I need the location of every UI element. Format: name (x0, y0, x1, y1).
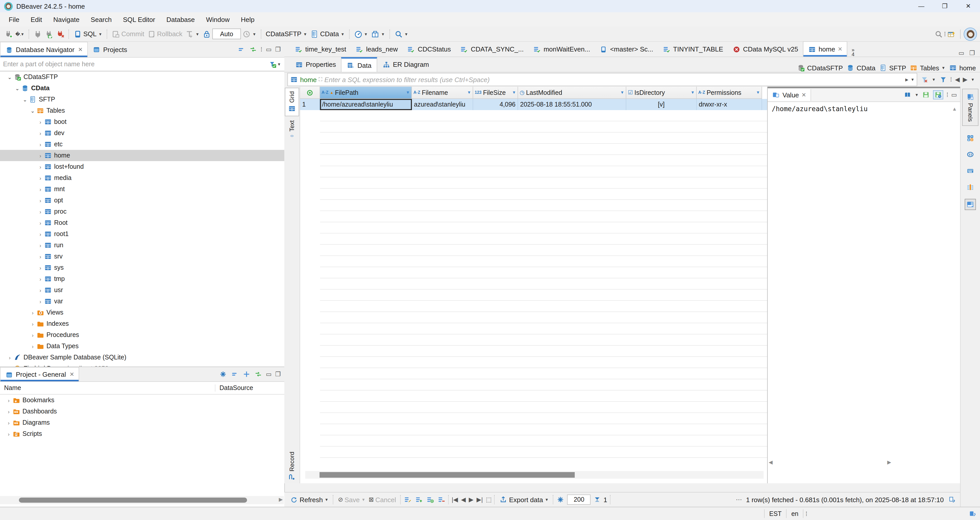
project-item-diagrams[interactable]: ›Diagrams (0, 417, 284, 428)
new-connection-button[interactable]: �.▾ (3, 29, 26, 39)
cell-lastmodified[interactable]: 2025-08-18 18:55:51.000 (518, 99, 626, 110)
quick-search-button[interactable] (933, 29, 944, 39)
column-filter-icon[interactable]: ▼ (512, 90, 516, 95)
menu-sql-editor[interactable]: SQL Editor (118, 16, 161, 23)
expand-icon[interactable]: › (5, 431, 12, 437)
custom-filter-icon[interactable] (939, 75, 947, 84)
last-row-icon[interactable]: ▶| (476, 496, 483, 503)
expand-all-icon[interactable] (242, 370, 251, 378)
edit-cell-icon[interactable] (404, 496, 412, 504)
tree-item-lost-found[interactable]: ›lost+found (0, 161, 284, 172)
metadata-panel-icon[interactable] (966, 150, 974, 158)
column-filter-icon[interactable]: ▼ (406, 90, 410, 95)
filter-icon[interactable] (269, 60, 277, 68)
collapse-all-icon[interactable] (237, 45, 245, 54)
expand-icon[interactable]: › (6, 355, 13, 360)
calc-panel-icon[interactable] (966, 134, 974, 142)
close-icon[interactable]: ✕ (802, 92, 806, 98)
tab-value[interactable]: Value ✕ (768, 89, 811, 101)
apply-filter-icon[interactable]: ▸ (905, 76, 908, 83)
menu-search[interactable]: Search (85, 16, 117, 23)
tree-item-usr[interactable]: ›usr (0, 284, 284, 296)
subtab-er-diagram[interactable]: ER Diagram (377, 57, 434, 72)
references-panel-icon[interactable] (966, 183, 974, 191)
tree-item-root1[interactable]: ›root1 (0, 228, 284, 239)
expand-icon[interactable]: › (37, 287, 44, 293)
tree-item-dbeaver-sample-database-sqlite-[interactable]: ›DBeaver Sample Database (SQLite) (0, 352, 284, 363)
tree-item-mnt[interactable]: ›mnt (0, 184, 284, 195)
menu-database[interactable]: Database (161, 16, 200, 23)
window-minimize-button[interactable]: — (910, 0, 933, 12)
transaction-mode-button[interactable] (201, 29, 212, 39)
cell-filepath[interactable]: /home/azuread\stanleyliu (320, 99, 412, 110)
fetch-size-input[interactable]: 200 (567, 495, 591, 505)
scroll-up-icon[interactable]: ▲ (952, 106, 957, 112)
add-row-icon[interactable] (415, 496, 423, 504)
minimize-editor-icon[interactable]: ▭ (959, 49, 964, 57)
expand-icon[interactable]: › (37, 130, 44, 136)
tree-item-procedures[interactable]: ›Procedures (0, 329, 284, 341)
tree-item-run[interactable]: ›run (0, 239, 284, 251)
prev-row-icon[interactable]: ◀ (461, 496, 466, 503)
compare-button[interactable]: ▾ (369, 29, 387, 39)
expand-icon[interactable]: › (37, 231, 44, 237)
gear-icon[interactable] (219, 370, 227, 378)
expand-icon[interactable]: › (37, 141, 44, 147)
window-close-button[interactable]: ✕ (956, 0, 980, 12)
tree-item-opt[interactable]: ›opt (0, 195, 284, 206)
expand-icon[interactable]: › (37, 119, 44, 125)
database-selector[interactable]: CData▾ (309, 29, 346, 39)
new-sql-editor-button[interactable]: SQL▾ (72, 29, 104, 39)
value-menu-icon[interactable]: ⁞ (947, 91, 948, 98)
nav-forward-icon[interactable]: ▶ (963, 76, 967, 83)
row-number[interactable]: 1 (300, 99, 320, 110)
dictionary-icon[interactable] (904, 91, 912, 99)
nav-back-icon[interactable]: ◀ (955, 76, 959, 83)
tree-item-dev[interactable]: ›dev (0, 127, 284, 139)
editor-tab-tinyint-table[interactable]: TINYINT_TABLE (658, 42, 728, 57)
tree-item-data-types[interactable]: ›Data Types (0, 341, 284, 352)
menu-navigate[interactable]: Navigate (48, 16, 85, 23)
tree-item-media[interactable]: ›media (0, 172, 284, 184)
commit-button[interactable]: Commit (110, 29, 146, 39)
expand-icon[interactable]: › (5, 420, 12, 425)
minimize-panel-icon[interactable]: ▭ (266, 371, 272, 378)
refresh-button[interactable]: Refresh▾ (288, 495, 330, 505)
next-row-icon[interactable]: ▶ (469, 496, 473, 503)
expand-icon[interactable]: › (29, 310, 36, 315)
dictionary-dropdown-icon[interactable]: ▾ (915, 92, 919, 97)
maximize-panel-icon[interactable]: ❐ (275, 46, 281, 53)
tab-panels[interactable]: Panels (962, 89, 978, 126)
rollback-button[interactable]: Rollback (146, 29, 184, 39)
minimize-panel-icon[interactable]: ▭ (951, 91, 957, 98)
expand-icon[interactable]: › (29, 321, 36, 327)
collapse-all-icon[interactable] (231, 370, 239, 378)
editor-tab-time-key-test[interactable]: time_key_test (290, 42, 351, 57)
transaction-log-button[interactable]: ▾ (184, 29, 201, 39)
tree-item-proc[interactable]: ›proc (0, 206, 284, 217)
sidebar-horizontal-scrollbar[interactable]: ▶ (0, 496, 284, 504)
tab-projects[interactable]: Projects (88, 42, 132, 57)
scrollbar-thumb[interactable] (320, 472, 575, 478)
subtab-properties[interactable]: Properties (290, 57, 341, 72)
menu-file[interactable]: File (3, 16, 25, 23)
menu-edit[interactable]: Edit (25, 16, 48, 23)
filter-history-icon[interactable]: ▾ (910, 77, 915, 82)
toolbar-overflow-handle[interactable]: ⁞ (944, 30, 946, 38)
expand-filter-icon[interactable]: ⛶ (319, 76, 322, 82)
editor-tab-leads-new[interactable]: leads_new (351, 42, 402, 57)
menu-window[interactable]: Window (200, 16, 235, 23)
close-icon[interactable]: ✕ (78, 46, 83, 53)
status-menu-icon[interactable]: ⋯ (736, 496, 742, 503)
tree-item-tmp[interactable]: ›tmp (0, 273, 284, 284)
scrollbar-thumb[interactable] (19, 498, 247, 503)
expand-icon[interactable]: › (37, 265, 44, 270)
tree-item-indexes[interactable]: ›Indexes (0, 318, 284, 329)
column-header-permissions[interactable]: A·ZPermissions▼ (697, 87, 762, 99)
transaction-history-button[interactable]: ▾ (241, 29, 258, 39)
view-menu-icon[interactable]: ⁞ (261, 46, 262, 53)
editor-tab-home[interactable]: home✕ (803, 41, 848, 57)
save-value-icon[interactable] (922, 91, 930, 99)
export-data-button[interactable]: Export data▾ (498, 495, 550, 505)
tree-item-etc[interactable]: ›etc (0, 139, 284, 150)
